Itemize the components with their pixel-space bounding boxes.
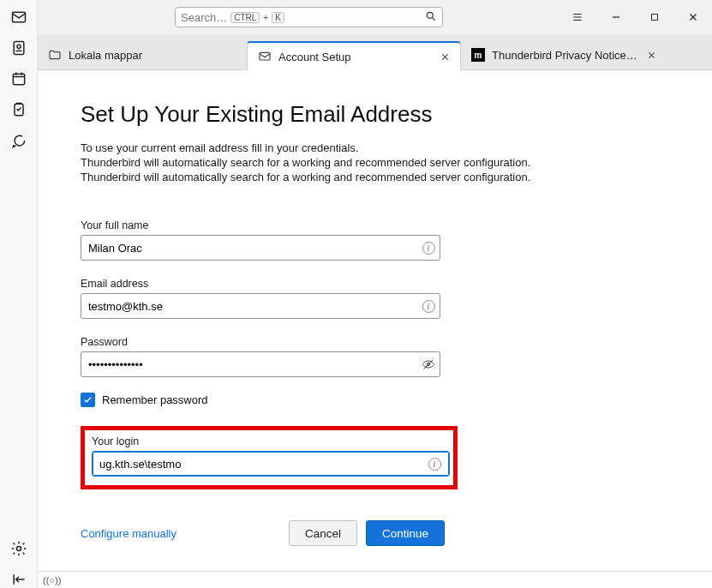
info-icon[interactable]: i [428,457,441,471]
svg-point-2 [16,45,20,48]
svg-point-5 [16,547,21,551]
tab-label: Lokala mappar [69,49,142,62]
password-input[interactable] [81,351,440,377]
email-input[interactable] [81,293,440,319]
calendar-icon[interactable] [10,70,27,87]
tab-label: Account Setup [278,51,351,63]
password-field: Password [81,336,440,377]
tasks-icon[interactable] [10,101,27,118]
setup-form: Your full name i Email address i Passwor… [81,219,440,571]
window-close[interactable] [673,0,712,34]
search-icon [425,10,437,25]
page-title: Set Up Your Existing Email Address [81,101,661,128]
intro-line-3: Thunderbird will automatically search fo… [81,171,661,183]
window-controls [558,0,712,34]
intro-line-2: Thunderbird will automatically search fo… [81,156,661,169]
tab-account-setup[interactable]: Account Setup [247,41,461,70]
collapse-icon[interactable] [10,571,27,588]
settings-icon[interactable] [10,540,27,557]
info-icon[interactable]: i [422,299,435,313]
fullname-input[interactable] [81,235,440,261]
tab-strip: Lokala mappar Account Setup m Thunderbir… [38,34,712,70]
app-menu-button[interactable] [558,0,596,34]
login-field-highlighted: Your login i [81,426,458,489]
cancel-button[interactable]: Cancel [289,520,357,546]
mail-settings-icon [258,50,272,63]
window-maximize[interactable] [635,0,673,34]
chat-icon[interactable] [10,132,27,149]
close-icon[interactable] [644,48,658,62]
password-label: Password [81,336,440,348]
email-label: Email address [81,278,440,290]
global-search[interactable]: Search… CTRL + K [175,7,443,27]
spaces-toolbar [0,0,38,588]
window-minimize[interactable] [596,0,635,34]
email-field: Email address i [81,278,440,319]
search-placeholder: Search… [181,11,227,24]
svg-point-6 [427,12,433,18]
mail-icon[interactable] [10,9,27,26]
titlebar: Search… CTRL + K [0,0,712,34]
folder-icon [48,48,62,62]
kbd-plus: + [263,13,268,22]
login-field: Your login i [92,435,446,477]
svg-rect-3 [13,74,24,85]
connection-status-icon: ((○)) [43,575,61,585]
toggle-password-icon[interactable] [422,357,435,371]
info-icon[interactable]: i [422,241,435,255]
address-book-icon[interactable] [10,39,27,57]
svg-rect-7 [651,15,657,21]
configure-manually-link[interactable]: Configure manually [81,527,177,540]
kbd-ctrl: CTRL [230,12,260,23]
mozilla-icon: m [471,48,485,62]
login-input[interactable] [92,451,450,477]
tab-local-folders[interactable]: Lokala mappar [38,40,247,69]
intro-text: To use your current email address fill i… [81,141,661,183]
status-bar: ((○)) [38,571,712,588]
intro-line-1: To use your current email address fill i… [81,141,661,154]
svg-rect-8 [260,52,270,60]
fullname-field: Your full name i [81,219,440,261]
tab-label: Thunderbird Privacy Notice — Mozi [492,49,637,62]
action-buttons: Configure manually Cancel Continue [81,520,445,546]
fullname-label: Your full name [81,219,440,231]
login-label: Your login [92,435,446,447]
close-icon[interactable] [438,50,452,63]
remember-password-label: Remember password [102,393,208,406]
account-setup-content: Set Up Your Existing Email Address To us… [38,70,712,571]
remember-password-row: Remember password [81,393,440,407]
remember-password-checkbox[interactable] [81,393,95,407]
tab-privacy-notice[interactable]: m Thunderbird Privacy Notice — Mozi [461,40,667,69]
kbd-k: K [272,12,284,23]
continue-button[interactable]: Continue [366,520,445,546]
